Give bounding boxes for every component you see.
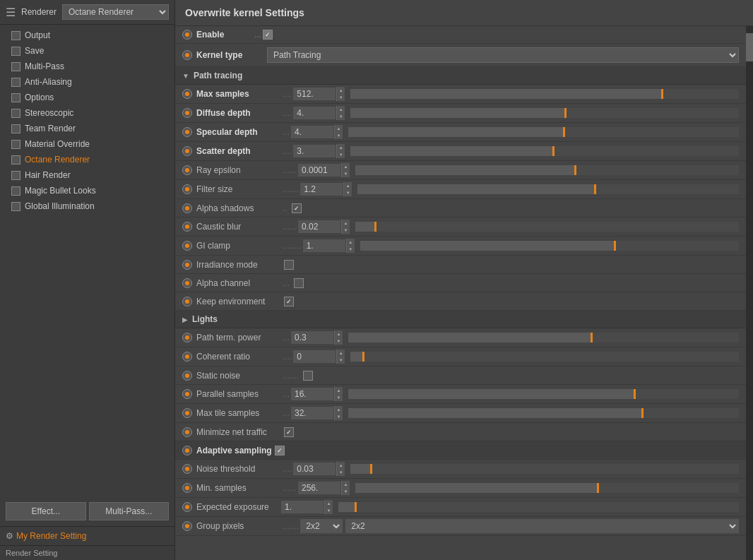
spinner-up[interactable]: ▲ — [343, 182, 352, 189]
row-input[interactable] — [303, 239, 345, 252]
sidebar-item[interactable]: Stereoscopic — [0, 105, 174, 121]
row-input[interactable] — [291, 126, 333, 138]
spinner-up[interactable]: ▲ — [341, 481, 350, 488]
row-radio[interactable] — [182, 371, 192, 381]
slider-container[interactable] — [350, 352, 739, 362]
slider-container[interactable] — [348, 408, 739, 418]
slider-container[interactable] — [338, 502, 739, 512]
row-input[interactable] — [298, 164, 340, 177]
spinner-up[interactable]: ▲ — [346, 239, 355, 246]
row-input[interactable] — [293, 350, 336, 363]
lights-section[interactable]: ▶ Lights — [175, 311, 746, 328]
slider-container[interactable] — [355, 483, 739, 493]
nav-checkbox[interactable] — [11, 202, 20, 211]
row-input[interactable] — [293, 145, 336, 157]
row-input[interactable] — [300, 183, 343, 196]
row-radio[interactable] — [182, 352, 192, 362]
kernel-type-select[interactable]: Path Tracing — [267, 47, 739, 63]
row-radio[interactable] — [182, 241, 192, 251]
row-checkbox[interactable]: ✓ — [292, 203, 302, 213]
sidebar-item[interactable]: Hair Render — [0, 167, 174, 183]
spinner-down[interactable]: ▼ — [324, 507, 333, 514]
sidebar-item[interactable]: Material Override — [0, 136, 174, 152]
row-input[interactable] — [291, 331, 333, 344]
sidebar-item[interactable]: Options — [0, 90, 174, 105]
spinner-down[interactable]: ▼ — [336, 469, 345, 476]
nav-checkbox[interactable] — [11, 109, 20, 118]
spinner-up[interactable]: ▲ — [324, 500, 333, 507]
spinner-down[interactable]: ▼ — [346, 246, 355, 253]
spinner-up[interactable]: ▲ — [334, 406, 343, 413]
row-radio[interactable] — [182, 521, 192, 531]
spinner-down[interactable]: ▼ — [334, 338, 343, 345]
hamburger-icon[interactable]: ☰ — [6, 6, 16, 19]
spinner-up[interactable]: ▲ — [334, 125, 343, 132]
spinner-up[interactable]: ▲ — [341, 163, 350, 170]
spinner-up[interactable]: ▲ — [336, 87, 345, 94]
row-radio[interactable] — [182, 464, 192, 474]
row-radio[interactable] — [182, 184, 192, 194]
slider-container[interactable] — [355, 165, 739, 175]
row-select[interactable]: 2x2 — [300, 519, 343, 533]
spinner-up[interactable]: ▲ — [334, 387, 343, 394]
scrollbar-track[interactable] — [746, 26, 753, 560]
enable-radio[interactable] — [182, 30, 192, 40]
path-tracing-section[interactable]: ▼ Path tracing — [175, 67, 746, 85]
nav-checkbox[interactable] — [11, 78, 20, 87]
row-input[interactable] — [293, 107, 336, 119]
slider-container[interactable] — [357, 184, 739, 194]
row-radio[interactable] — [182, 408, 192, 418]
nav-checkbox[interactable] — [11, 186, 20, 196]
row-input[interactable] — [293, 88, 336, 100]
multipass-button[interactable]: Multi-Pass... — [89, 502, 170, 520]
spinner-down[interactable]: ▼ — [343, 189, 352, 196]
slider-container[interactable] — [360, 241, 739, 251]
slider-container[interactable] — [348, 389, 739, 399]
row-radio[interactable] — [182, 483, 192, 493]
nav-checkbox[interactable] — [11, 62, 20, 71]
slider-container[interactable] — [355, 222, 739, 232]
slider-container[interactable] — [350, 464, 739, 474]
row-radio[interactable] — [182, 146, 192, 156]
spinner-down[interactable]: ▼ — [336, 113, 345, 120]
spinner-up[interactable]: ▲ — [336, 350, 345, 357]
slider-container[interactable] — [350, 89, 739, 99]
row-checkbox[interactable]: ✓ — [284, 427, 294, 437]
nav-checkbox[interactable] — [11, 171, 20, 180]
row-input[interactable] — [291, 407, 333, 419]
row-radio[interactable] — [182, 333, 192, 342]
sidebar-item[interactable]: Octane Renderer — [0, 152, 174, 167]
row-checkbox[interactable] — [284, 260, 294, 270]
spinner-up[interactable]: ▲ — [336, 144, 345, 151]
slider-container[interactable] — [348, 333, 739, 342]
sidebar-item[interactable]: Multi-Pass — [0, 59, 174, 74]
row-radio[interactable] — [182, 89, 192, 99]
spinner-down[interactable]: ▼ — [336, 94, 345, 101]
adaptive-radio[interactable] — [182, 446, 192, 455]
spinner-down[interactable]: ▼ — [341, 488, 350, 495]
spinner-down[interactable]: ▼ — [341, 170, 350, 177]
sidebar-item[interactable]: Anti-Aliasing — [0, 74, 174, 90]
spinner-down[interactable]: ▼ — [334, 413, 343, 420]
nav-checkbox[interactable] — [11, 47, 20, 56]
render-setting[interactable]: ⚙ My Render Setting — [0, 526, 174, 545]
effect-button[interactable]: Effect... — [6, 502, 86, 520]
row-select-full[interactable]: 2x2 — [345, 519, 739, 533]
spinner-up[interactable]: ▲ — [334, 330, 343, 338]
spinner-down[interactable]: ▼ — [336, 357, 345, 364]
spinner-down[interactable]: ▼ — [341, 227, 350, 234]
enable-checkbox[interactable]: ✓ — [263, 30, 273, 40]
spinner-down[interactable]: ▼ — [336, 151, 345, 158]
row-radio[interactable] — [182, 203, 192, 213]
row-input[interactable] — [291, 388, 333, 400]
nav-checkbox[interactable] — [11, 155, 20, 165]
row-radio[interactable] — [182, 278, 192, 288]
row-radio[interactable] — [182, 389, 192, 399]
row-input[interactable] — [298, 482, 340, 494]
row-radio[interactable] — [182, 260, 192, 270]
spinner-up[interactable]: ▲ — [336, 462, 345, 469]
row-radio[interactable] — [182, 165, 192, 175]
spinner-up[interactable]: ▲ — [341, 220, 350, 227]
renderer-select[interactable]: Octane Renderer — [62, 4, 169, 20]
row-radio[interactable] — [182, 108, 192, 118]
